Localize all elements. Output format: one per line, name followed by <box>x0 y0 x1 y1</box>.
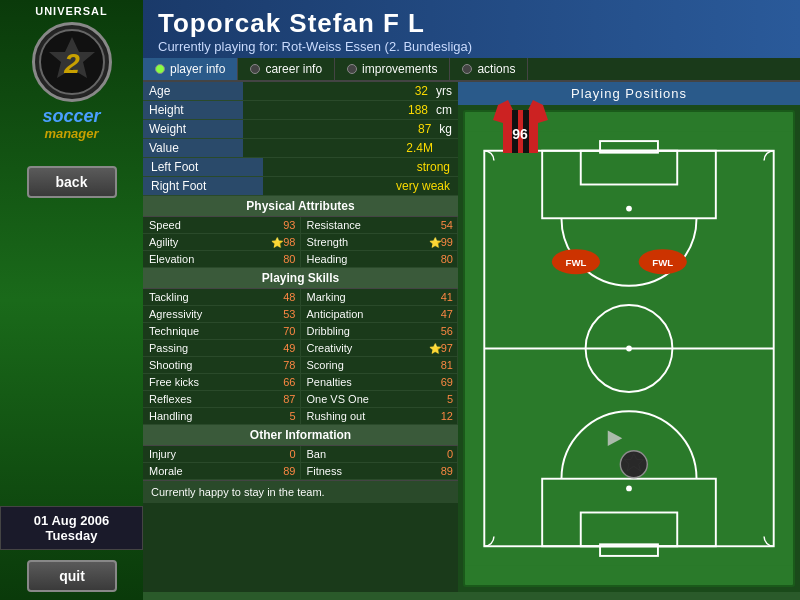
playing-stats-grid: Tackling48Marking41Agressivity53Anticipa… <box>143 289 458 425</box>
playing-stat-row: Penalties69 <box>301 374 459 391</box>
stat-label: Free kicks <box>143 374 270 390</box>
field-svg: FWL FWL <box>465 112 793 585</box>
physical-stat-row: Speed93 <box>143 217 301 234</box>
logo-text: UNIVERSAL <box>0 5 143 17</box>
right-foot-row: Right Foot very weak <box>143 177 458 196</box>
stat-label: Rushing out <box>301 408 428 424</box>
playing-stat-row: Anticipation47 <box>301 306 459 323</box>
field-container: FWL FWL <box>463 110 795 587</box>
star-icon: ⭐ <box>271 237 283 248</box>
weight-row: Weight 87 kg <box>143 120 458 139</box>
status-text: Currently happy to stay in the team. <box>143 480 458 503</box>
stat-label: Dribbling <box>301 323 428 339</box>
svg-point-15 <box>626 485 632 491</box>
other-stat-row: Ban0 <box>301 446 459 463</box>
age-row: Age 32 yrs <box>143 82 458 101</box>
stat-label: One VS One <box>301 391 428 407</box>
playing-stat-row: Rushing out12 <box>301 408 459 425</box>
playing-stat-row: Shooting78 <box>143 357 301 374</box>
svg-point-14 <box>626 206 632 212</box>
other-stat-row: Fitness89 <box>301 463 459 480</box>
svg-text:FWL: FWL <box>652 257 673 268</box>
stat-value: 78 <box>270 357 300 373</box>
stat-label: Elevation <box>143 251 270 267</box>
tab-player-info[interactable]: player info <box>143 58 238 80</box>
tab-bar: player info career info improvements act… <box>143 58 800 82</box>
playing-stat-row: One VS One5 <box>301 391 459 408</box>
height-row: Height 188 cm <box>143 101 458 120</box>
stat-label: Heading <box>301 251 428 267</box>
value-row: Value 2.4M <box>143 139 458 158</box>
playing-section-header: Playing Skills <box>143 268 458 289</box>
tab-improvements[interactable]: improvements <box>335 58 450 80</box>
svg-point-7 <box>626 346 632 352</box>
tab-dot-career <box>250 64 260 74</box>
back-button[interactable]: back <box>27 166 117 198</box>
stat-value: 0 <box>270 446 300 462</box>
playing-stat-row: Scoring81 <box>301 357 459 374</box>
player-name: Toporcak Stefan F L <box>158 8 785 39</box>
tab-actions[interactable]: actions <box>450 58 528 80</box>
svg-point-22 <box>620 451 647 478</box>
stat-label: Fitness <box>301 463 428 479</box>
star-icon: ⭐ <box>429 343 441 354</box>
stat-value: 66 <box>270 374 300 390</box>
svg-text:FWL: FWL <box>566 257 587 268</box>
date-line2: Tuesday <box>7 528 136 543</box>
stat-value: 80 <box>427 251 457 267</box>
stat-label: Tackling <box>143 289 270 305</box>
svg-text:96: 96 <box>512 126 528 142</box>
stat-value: 69 <box>427 374 457 390</box>
stat-label: Creativity <box>301 340 425 356</box>
sidebar: UNIVERSAL 2 soccer manager back 01 Aug 2… <box>0 0 143 600</box>
stat-label: Scoring <box>301 357 428 373</box>
stat-value: 89 <box>427 463 457 479</box>
stat-value: 70 <box>270 323 300 339</box>
playing-stat-row: Marking41 <box>301 289 459 306</box>
stat-value: 53 <box>270 306 300 322</box>
stat-value: 41 <box>427 289 457 305</box>
jersey-container: 96 <box>483 95 558 164</box>
player-club: Currently playing for: Rot-Weiss Essen (… <box>158 39 785 54</box>
left-foot-row: Left Foot strong <box>143 158 458 177</box>
stat-label: Speed <box>143 217 270 233</box>
physical-stats-grid: Speed93Resistance54Agility⭐98Strength⭐99… <box>143 217 458 268</box>
stat-label: Anticipation <box>301 306 428 322</box>
tab-dot-player-info <box>155 64 165 74</box>
stat-label: Reflexes <box>143 391 270 407</box>
playing-stat-row: Free kicks66 <box>143 374 301 391</box>
playing-stat-row: Dribbling56 <box>301 323 459 340</box>
stat-value: 5 <box>270 408 300 424</box>
main-content: Toporcak Stefan F L Currently playing fo… <box>143 0 800 600</box>
logo-area: UNIVERSAL 2 soccer manager <box>0 0 143 146</box>
tab-dot-actions <box>462 64 472 74</box>
star-icon: ⭐ <box>429 237 441 248</box>
stat-label: Passing <box>143 340 270 356</box>
quit-button[interactable]: quit <box>27 560 117 592</box>
physical-stat-row: Elevation80 <box>143 251 301 268</box>
logo-circle: 2 <box>32 22 112 102</box>
svg-text:2: 2 <box>63 48 80 79</box>
stat-label: Ban <box>301 446 428 462</box>
stat-label: Handling <box>143 408 270 424</box>
stat-value: 89 <box>270 463 300 479</box>
date-display: 01 Aug 2006 Tuesday <box>0 506 143 550</box>
tab-career-info[interactable]: career info <box>238 58 335 80</box>
physical-stat-row: Resistance54 <box>301 217 459 234</box>
physical-stat-row: Agility⭐98 <box>143 234 301 251</box>
soccer-text: soccer manager <box>0 107 143 141</box>
jersey-icon: 96 <box>488 95 553 160</box>
stat-value: 93 <box>270 217 300 233</box>
stat-label: Morale <box>143 463 270 479</box>
stat-value: ⭐98 <box>267 234 299 250</box>
stat-value: 87 <box>270 391 300 407</box>
stat-value: 81 <box>427 357 457 373</box>
physical-section-header: Physical Attributes <box>143 196 458 217</box>
other-section-header: Other Information <box>143 425 458 446</box>
content-area: Age 32 yrs Height 188 cm Weight 87 kg Va… <box>143 82 800 592</box>
playing-stat-row: Passing49 <box>143 340 301 357</box>
playing-stat-row: Agressivity53 <box>143 306 301 323</box>
stat-label: Resistance <box>301 217 428 233</box>
stat-value: 49 <box>270 340 300 356</box>
playing-stat-row: Creativity⭐97 <box>301 340 459 357</box>
